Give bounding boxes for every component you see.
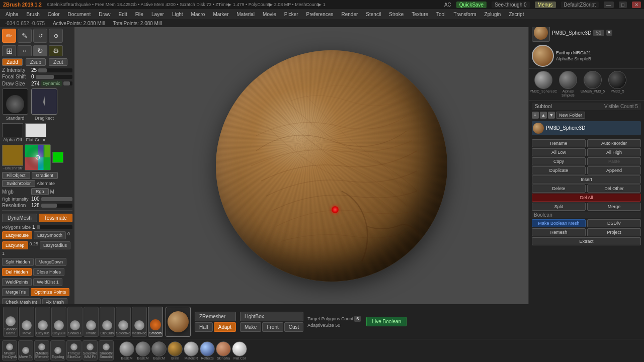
paste-btn[interactable]: Paste	[587, 157, 641, 165]
menu-stencil[interactable]: Stencil	[362, 11, 384, 18]
menu-draw[interactable]: Draw	[95, 11, 114, 18]
mat-reflecte[interactable]: Reflecte	[200, 341, 215, 360]
menu-movie[interactable]: Movie	[259, 11, 280, 18]
color-wheel[interactable]	[25, 144, 51, 170]
mat-metalicr[interactable]: MateiclR	[184, 341, 199, 360]
active-brush-sphere[interactable]	[166, 307, 191, 337]
menu-tool[interactable]: Tool	[433, 11, 449, 18]
auto-reorder-btn[interactable]: AutoReorder	[587, 139, 641, 147]
default-zscript[interactable]: DefaultZScript	[561, 2, 599, 8]
menu-marker[interactable]: Marker	[209, 11, 232, 18]
menu-brush[interactable]: Brush	[23, 11, 43, 18]
scale-btn[interactable]: ↔	[18, 45, 32, 56]
project-btn[interactable]: Project	[587, 228, 641, 236]
standard-brush-preview[interactable]	[2, 88, 28, 115]
green-color-swatch[interactable]	[52, 152, 63, 163]
mat-skinsha[interactable]: SkinSha	[216, 341, 231, 360]
small-brush-trimcur[interactable]: TrimCur SliceCur	[66, 340, 82, 360]
weld-points-btn[interactable]: WeldPoints	[2, 278, 32, 286]
mat-item-sphere3d[interactable]: PM3D_Sphere3C	[532, 71, 555, 98]
mat-item-umesh[interactable]: UMesh_PM3_5	[581, 71, 604, 98]
lazy-smooth-btn[interactable]: LazySmooth	[34, 231, 66, 239]
menu-document[interactable]: Document	[64, 11, 95, 18]
menu-zplugin[interactable]: Zplugin	[481, 11, 505, 18]
cust-btn[interactable]: Cust	[284, 322, 304, 332]
menu-transform[interactable]: Transform	[450, 11, 479, 18]
gradient-btn[interactable]: Gradient	[32, 172, 58, 179]
st-list-all[interactable]: ≡	[532, 112, 539, 119]
brush-selectrect[interactable]: SelectRe	[116, 307, 131, 337]
flat-color-preview[interactable]	[25, 123, 46, 137]
z-intensity-slider[interactable]	[38, 68, 72, 72]
st-new-folder[interactable]: New Folder	[556, 112, 585, 119]
menu-picker[interactable]: Picker	[281, 11, 302, 18]
rgb-btn[interactable]: Rgb	[31, 188, 49, 195]
make-btn2[interactable]: Make	[240, 322, 261, 332]
smooth-tool-btn[interactable]: ↺	[33, 29, 47, 43]
del-other-btn[interactable]: Del Other	[587, 185, 641, 193]
lightbox-btn[interactable]: LightBox	[240, 312, 303, 321]
all-high-btn[interactable]: All High	[587, 148, 641, 156]
menu-edit[interactable]: Edit	[115, 11, 131, 18]
extract-btn[interactable]: Extract	[532, 237, 641, 245]
zadd-btn[interactable]: Zadd	[2, 58, 23, 66]
mat-basicm1[interactable]: BasicM	[119, 341, 134, 360]
brush-smooth[interactable]: Smooth	[148, 307, 163, 337]
small-brush-move2[interactable]: Move Tc	[18, 340, 33, 360]
polygons-size-slider[interactable]	[37, 225, 72, 229]
lazy-step-btn[interactable]: LazyStep	[2, 241, 28, 249]
rotate-btn[interactable]: ↻	[33, 45, 47, 56]
brush-claytub[interactable]: ClayTub	[35, 307, 50, 337]
edit-tool-btn[interactable]: ✏	[2, 29, 16, 43]
dynamesh-tab[interactable]: DynaMesh	[2, 214, 37, 222]
window-maximize[interactable]: □	[619, 2, 627, 8]
del-all-btn[interactable]: Del All	[532, 194, 641, 202]
merge-down-btn[interactable]: MergeDown	[35, 258, 67, 266]
brush-move[interactable]: Move	[19, 307, 34, 337]
menu-file[interactable]: File	[132, 11, 147, 18]
menu-render[interactable]: Render	[338, 11, 362, 18]
split-hidden-btn[interactable]: Split Hidden	[2, 258, 34, 266]
mat-flatcol[interactable]: Flat Col	[232, 341, 247, 360]
menu-alpha[interactable]: Alpha	[2, 11, 22, 18]
seethrough-btn[interactable]: See-through 0	[492, 2, 529, 8]
menu-material[interactable]: Material	[233, 11, 259, 18]
zremesher-btn[interactable]: ZRemesher	[195, 312, 236, 321]
merge-tris-btn[interactable]: MergeTris	[2, 288, 29, 296]
mat-basicm3[interactable]: BasicM	[151, 341, 167, 360]
merge-btn[interactable]: Merge	[587, 203, 641, 211]
menu-layer[interactable]: Layer	[148, 11, 168, 18]
brush-standard[interactable]: StandarDama	[3, 307, 18, 337]
rgb-intensity-slider[interactable]	[41, 197, 72, 201]
small-brush-topolog[interactable]: Topolog	[50, 340, 65, 360]
remesh-btn[interactable]: Remesh	[532, 228, 586, 236]
fill-object-btn[interactable]: FillObject	[2, 172, 30, 179]
weld-dist-btn[interactable]: WeldDist 1	[33, 278, 62, 286]
focal-shift-slider[interactable]	[36, 75, 72, 79]
gyro-tool-btn[interactable]: ⊕	[49, 29, 63, 43]
brush-clipcurve[interactable]: ClipCurv	[100, 307, 115, 337]
r-btn[interactable]: R	[606, 30, 613, 36]
mat-blinn[interactable]: Blinn	[168, 341, 183, 360]
small-brush-hpolish[interactable]: hPolishTrimDynM	[2, 340, 17, 360]
dynamic-label[interactable]: Dynamic	[41, 80, 62, 86]
optimize-pts-btn[interactable]: Optimize Points	[31, 288, 69, 296]
texture-swatch[interactable]	[2, 145, 23, 166]
append-btn[interactable]: Append	[587, 166, 641, 174]
menu-macro[interactable]: Macro	[188, 11, 209, 18]
copy-btn[interactable]: Copy	[532, 157, 586, 165]
lazy-radius-btn[interactable]: LazyRadius	[40, 241, 70, 249]
dsdiv-btn[interactable]: DSDiV	[587, 219, 641, 227]
st-nav-up[interactable]: ▲	[540, 112, 547, 119]
menu-zscript[interactable]: Zscript	[505, 11, 527, 18]
brush-claybuilt[interactable]: ClayBuil	[51, 307, 66, 337]
all-low-btn[interactable]: All Low	[532, 148, 586, 156]
make-bool-mesh-btn[interactable]: Make Boolean Mesh	[532, 219, 586, 227]
menus-btn[interactable]: Menus	[535, 2, 556, 8]
subtool-header[interactable]: Subtool Visible Count 5	[532, 103, 641, 110]
rename-btn[interactable]: Rename	[532, 139, 586, 147]
alpha-preview[interactable]	[2, 123, 23, 137]
delete-btn[interactable]: Delete	[532, 185, 586, 193]
resolution-slider[interactable]	[41, 204, 72, 208]
active-material-ball[interactable]	[532, 45, 554, 67]
